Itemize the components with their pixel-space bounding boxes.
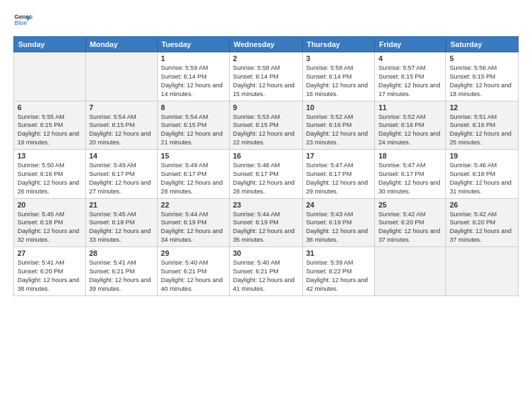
calendar-table: SundayMondayTuesdayWednesdayThursdayFrid… — [13, 36, 519, 296]
day-info: Sunrise: 5:52 AM Sunset: 6:16 PM Dayligh… — [306, 113, 371, 148]
day-cell: 19Sunrise: 5:46 AM Sunset: 6:18 PM Dayli… — [446, 150, 519, 199]
day-number: 16 — [233, 152, 299, 160]
day-info: Sunrise: 5:42 AM Sunset: 6:20 PM Dayligh… — [378, 210, 442, 245]
week-row-5: 27Sunrise: 5:41 AM Sunset: 6:20 PM Dayli… — [14, 247, 519, 296]
day-cell: 27Sunrise: 5:41 AM Sunset: 6:20 PM Dayli… — [14, 247, 86, 296]
day-number: 8 — [161, 103, 226, 111]
day-cell: 10Sunrise: 5:52 AM Sunset: 6:16 PM Dayli… — [302, 101, 375, 150]
day-info: Sunrise: 5:46 AM Sunset: 6:18 PM Dayligh… — [449, 161, 515, 196]
day-info: Sunrise: 5:50 AM Sunset: 6:16 PM Dayligh… — [17, 161, 82, 196]
day-info: Sunrise: 5:44 AM Sunset: 6:19 PM Dayligh… — [233, 210, 299, 245]
day-info: Sunrise: 5:41 AM Sunset: 6:21 PM Dayligh… — [89, 259, 154, 293]
day-cell: 31Sunrise: 5:39 AM Sunset: 6:22 PM Dayli… — [302, 247, 375, 296]
day-cell: 5Sunrise: 5:56 AM Sunset: 6:15 PM Daylig… — [446, 52, 519, 101]
day-info: Sunrise: 5:56 AM Sunset: 6:15 PM Dayligh… — [449, 64, 515, 99]
day-number: 11 — [378, 103, 442, 111]
day-info: Sunrise: 5:40 AM Sunset: 6:21 PM Dayligh… — [233, 259, 299, 293]
day-cell: 7Sunrise: 5:54 AM Sunset: 6:15 PM Daylig… — [85, 101, 157, 150]
day-cell: 8Sunrise: 5:54 AM Sunset: 6:15 PM Daylig… — [157, 101, 229, 150]
day-cell: 24Sunrise: 5:43 AM Sunset: 6:19 PM Dayli… — [302, 198, 375, 247]
day-number: 20 — [17, 201, 82, 209]
day-info: Sunrise: 5:40 AM Sunset: 6:21 PM Dayligh… — [161, 259, 226, 293]
day-cell: 4Sunrise: 5:57 AM Sunset: 6:15 PM Daylig… — [375, 52, 446, 101]
day-number: 13 — [17, 152, 82, 160]
day-number: 14 — [89, 152, 154, 160]
day-cell: 21Sunrise: 5:45 AM Sunset: 6:18 PM Dayli… — [85, 198, 157, 247]
day-info: Sunrise: 5:54 AM Sunset: 6:15 PM Dayligh… — [89, 113, 154, 148]
day-number: 28 — [89, 249, 154, 257]
day-cell: 16Sunrise: 5:48 AM Sunset: 6:17 PM Dayli… — [229, 150, 302, 199]
day-cell: 26Sunrise: 5:42 AM Sunset: 6:20 PM Dayli… — [446, 198, 519, 247]
day-info: Sunrise: 5:55 AM Sunset: 6:15 PM Dayligh… — [17, 113, 82, 148]
day-cell — [85, 52, 157, 101]
day-cell: 28Sunrise: 5:41 AM Sunset: 6:21 PM Dayli… — [85, 247, 157, 296]
day-info: Sunrise: 5:52 AM Sunset: 6:16 PM Dayligh… — [378, 113, 442, 148]
day-number: 26 — [449, 201, 515, 209]
day-info: Sunrise: 5:49 AM Sunset: 6:17 PM Dayligh… — [89, 161, 154, 196]
day-cell: 1Sunrise: 5:59 AM Sunset: 6:14 PM Daylig… — [157, 52, 229, 101]
day-cell: 22Sunrise: 5:44 AM Sunset: 6:19 PM Dayli… — [157, 198, 229, 247]
day-cell: 15Sunrise: 5:49 AM Sunset: 6:17 PM Dayli… — [157, 150, 229, 199]
week-row-4: 20Sunrise: 5:45 AM Sunset: 6:18 PM Dayli… — [14, 198, 519, 247]
day-number: 1 — [161, 54, 226, 62]
svg-text:Blue: Blue — [15, 19, 28, 26]
day-info: Sunrise: 5:45 AM Sunset: 6:18 PM Dayligh… — [17, 210, 82, 245]
day-number: 6 — [17, 103, 82, 111]
day-number: 23 — [233, 201, 299, 209]
day-number: 4 — [378, 54, 442, 62]
day-info: Sunrise: 5:42 AM Sunset: 6:20 PM Dayligh… — [449, 210, 515, 245]
col-header-saturday: Saturday — [446, 37, 519, 52]
day-info: Sunrise: 5:53 AM Sunset: 6:15 PM Dayligh… — [233, 113, 299, 148]
day-cell — [375, 247, 446, 296]
day-cell: 14Sunrise: 5:49 AM Sunset: 6:17 PM Dayli… — [85, 150, 157, 199]
day-info: Sunrise: 5:47 AM Sunset: 6:17 PM Dayligh… — [378, 161, 442, 196]
day-number: 30 — [233, 249, 299, 257]
day-info: Sunrise: 5:58 AM Sunset: 6:14 PM Dayligh… — [306, 64, 371, 99]
col-header-friday: Friday — [375, 37, 446, 52]
col-header-sunday: Sunday — [14, 37, 86, 52]
day-number: 15 — [161, 152, 226, 160]
day-info: Sunrise: 5:39 AM Sunset: 6:22 PM Dayligh… — [306, 259, 371, 293]
day-number: 18 — [378, 152, 442, 160]
col-header-monday: Monday — [85, 37, 157, 52]
day-number: 19 — [449, 152, 515, 160]
day-cell: 9Sunrise: 5:53 AM Sunset: 6:15 PM Daylig… — [229, 101, 302, 150]
day-info: Sunrise: 5:49 AM Sunset: 6:17 PM Dayligh… — [161, 161, 226, 196]
logo-icon: General Blue — [13, 11, 32, 30]
day-cell — [446, 247, 519, 296]
day-info: Sunrise: 5:43 AM Sunset: 6:19 PM Dayligh… — [306, 210, 371, 245]
week-row-1: 1Sunrise: 5:59 AM Sunset: 6:14 PM Daylig… — [14, 52, 519, 101]
day-number: 27 — [17, 249, 82, 257]
day-cell: 29Sunrise: 5:40 AM Sunset: 6:21 PM Dayli… — [157, 247, 229, 296]
day-cell: 30Sunrise: 5:40 AM Sunset: 6:21 PM Dayli… — [229, 247, 302, 296]
day-cell: 3Sunrise: 5:58 AM Sunset: 6:14 PM Daylig… — [302, 52, 375, 101]
day-info: Sunrise: 5:45 AM Sunset: 6:18 PM Dayligh… — [89, 210, 154, 245]
day-number: 17 — [306, 152, 371, 160]
day-number: 21 — [89, 201, 154, 209]
day-info: Sunrise: 5:44 AM Sunset: 6:19 PM Dayligh… — [161, 210, 226, 245]
logo: General Blue — [13, 11, 32, 30]
day-number: 7 — [89, 103, 154, 111]
day-number: 25 — [378, 201, 442, 209]
day-cell: 23Sunrise: 5:44 AM Sunset: 6:19 PM Dayli… — [229, 198, 302, 247]
day-info: Sunrise: 5:41 AM Sunset: 6:20 PM Dayligh… — [17, 259, 82, 293]
day-number: 2 — [233, 54, 299, 62]
day-info: Sunrise: 5:48 AM Sunset: 6:17 PM Dayligh… — [233, 161, 299, 196]
day-cell — [14, 52, 86, 101]
day-cell: 25Sunrise: 5:42 AM Sunset: 6:20 PM Dayli… — [375, 198, 446, 247]
day-info: Sunrise: 5:51 AM Sunset: 6:16 PM Dayligh… — [449, 113, 515, 148]
page: General Blue SundayMondayTuesdayWednesda… — [0, 0, 532, 411]
day-cell: 18Sunrise: 5:47 AM Sunset: 6:17 PM Dayli… — [375, 150, 446, 199]
day-info: Sunrise: 5:58 AM Sunset: 6:14 PM Dayligh… — [233, 64, 299, 99]
week-row-2: 6Sunrise: 5:55 AM Sunset: 6:15 PM Daylig… — [14, 101, 519, 150]
day-cell: 20Sunrise: 5:45 AM Sunset: 6:18 PM Dayli… — [14, 198, 86, 247]
col-header-wednesday: Wednesday — [229, 37, 302, 52]
week-row-3: 13Sunrise: 5:50 AM Sunset: 6:16 PM Dayli… — [14, 150, 519, 199]
day-cell: 11Sunrise: 5:52 AM Sunset: 6:16 PM Dayli… — [375, 101, 446, 150]
day-cell: 2Sunrise: 5:58 AM Sunset: 6:14 PM Daylig… — [229, 52, 302, 101]
day-info: Sunrise: 5:57 AM Sunset: 6:15 PM Dayligh… — [378, 64, 442, 99]
day-number: 9 — [233, 103, 299, 111]
day-number: 5 — [449, 54, 515, 62]
day-number: 29 — [161, 249, 226, 257]
day-number: 12 — [449, 103, 515, 111]
